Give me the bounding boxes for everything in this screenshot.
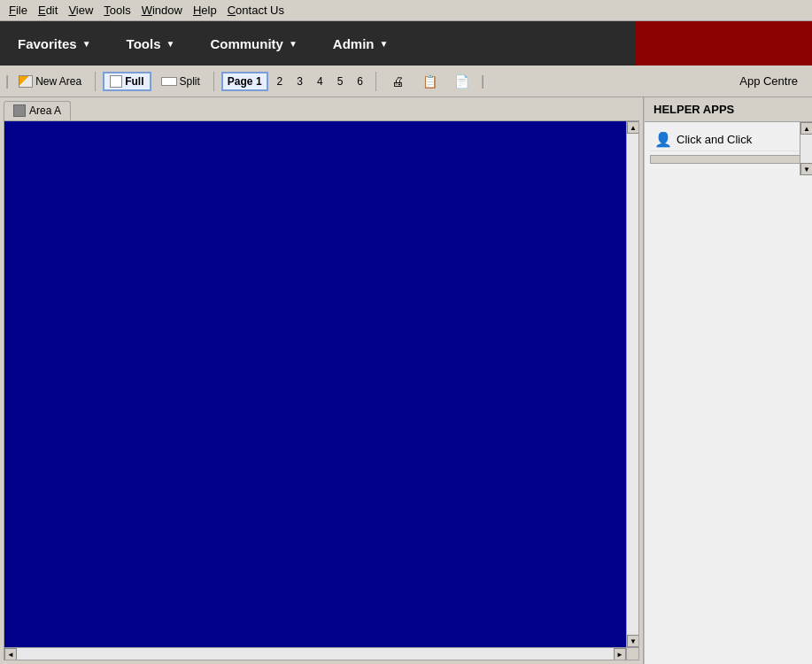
scroll-down-arrow[interactable]: ▼ — [627, 635, 639, 647]
helper-scroll-down[interactable]: ▼ — [800, 163, 812, 175]
toolbar-separator-3 — [375, 72, 376, 91]
menu-bar: File Edit View Tools Window Help Contact… — [0, 0, 812, 21]
print-icon: 🖨 — [390, 73, 406, 89]
new-area-icon — [19, 75, 33, 88]
full-button[interactable]: Full — [103, 72, 151, 91]
nav-admin-label: Admin — [333, 36, 375, 51]
paste-button[interactable]: 📄 — [447, 71, 476, 92]
helper-scroll-track[interactable] — [800, 135, 812, 163]
page-3-label: 3 — [297, 75, 303, 88]
scroll-corner — [626, 647, 638, 660]
helper-mini-scrollbar[interactable] — [650, 155, 807, 164]
scroll-right-arrow[interactable]: ► — [614, 648, 626, 660]
page-1-button[interactable]: Page 1 — [221, 72, 268, 91]
left-panel: Area A ▲ ▼ ◄ ► — [0, 97, 644, 664]
new-area-button[interactable]: New Area — [12, 73, 88, 90]
page-3-button[interactable]: 3 — [291, 73, 308, 90]
split-icon — [161, 77, 177, 86]
full-label: Full — [125, 75, 143, 88]
toolbar-separator-2 — [213, 72, 214, 91]
menu-tools[interactable]: Tools — [98, 2, 135, 19]
toolbar-sep-end: | — [481, 73, 484, 89]
main-content: Area A ▲ ▼ ◄ ► HELPER APPS — [0, 97, 812, 664]
right-panel: HELPER APPS 👤 Click and Click ▲ ▼ — [644, 97, 812, 664]
nav-tools-label: Tools — [127, 36, 161, 51]
page-5-button[interactable]: 5 — [332, 73, 349, 90]
blue-canvas[interactable] — [4, 121, 626, 647]
page-1-label: Page 1 — [228, 75, 262, 88]
split-button[interactable]: Split — [155, 73, 206, 90]
menu-file[interactable]: File — [4, 2, 33, 19]
helper-vertical-scrollbar[interactable]: ▲ ▼ — [800, 122, 812, 175]
page-4-label: 4 — [317, 75, 323, 88]
tab-area-a[interactable]: Area A — [4, 101, 71, 120]
nav-admin-arrow: ▼ — [379, 39, 388, 49]
app-centre-label: App Centre — [739, 74, 807, 88]
scroll-up-arrow[interactable]: ▲ — [627, 121, 639, 134]
full-icon — [110, 75, 122, 88]
nav-favorites[interactable]: Favorites ▼ — [0, 21, 109, 66]
nav-bar: Favorites ▼ Tools ▼ Community ▼ Admin ▼ — [0, 21, 812, 66]
click-and-click-label: Click and Click — [677, 133, 752, 146]
helper-apps-header: HELPER APPS — [645, 97, 812, 122]
tab-area-a-icon — [13, 104, 26, 117]
nav-favorites-label: Favorites — [18, 36, 77, 51]
navbar-red-accent — [635, 21, 812, 66]
helper-app-click-and-click[interactable]: 👤 Click and Click — [650, 127, 807, 151]
toolbar-sep-start: | — [5, 73, 9, 89]
tab-area-a-label: Area A — [29, 104, 61, 117]
scroll-left-arrow[interactable]: ◄ — [4, 648, 17, 660]
scroll-track-horizontal[interactable] — [17, 648, 614, 660]
menu-contact-us[interactable]: Contact Us — [222, 2, 290, 19]
nav-tools[interactable]: Tools ▼ — [109, 21, 193, 66]
menu-edit[interactable]: Edit — [33, 2, 63, 19]
vertical-scrollbar[interactable]: ▲ ▼ — [626, 121, 638, 647]
menu-help[interactable]: Help — [188, 2, 222, 19]
page-2-button[interactable]: 2 — [272, 73, 289, 90]
scroll-track-vertical[interactable] — [627, 134, 638, 635]
nav-community-arrow: ▼ — [289, 39, 298, 49]
tab-row: Area A — [0, 97, 643, 120]
helper-scroll-up[interactable]: ▲ — [800, 122, 812, 135]
page-6-button[interactable]: 6 — [352, 73, 368, 90]
page-6-label: 6 — [357, 75, 363, 88]
menu-window[interactable]: Window — [136, 2, 188, 19]
paste-icon: 📄 — [453, 73, 469, 89]
nav-favorites-arrow: ▼ — [82, 39, 91, 49]
page-2-label: 2 — [277, 75, 283, 88]
copy-icon: 📋 — [421, 73, 437, 89]
nav-community[interactable]: Community ▼ — [192, 21, 314, 66]
menu-view[interactable]: View — [63, 2, 98, 19]
nav-community-label: Community — [210, 36, 283, 51]
nav-admin[interactable]: Admin ▼ — [315, 21, 406, 66]
toolbar: | New Area Full Split Page 1 2 3 4 5 6 🖨… — [0, 66, 812, 97]
nav-tools-arrow: ▼ — [166, 39, 175, 49]
page-5-label: 5 — [337, 75, 344, 88]
content-area: ▲ ▼ ◄ ► — [4, 120, 639, 660]
toolbar-separator-1 — [95, 72, 96, 91]
copy-button[interactable]: 📋 — [415, 71, 444, 92]
helper-apps-content: 👤 Click and Click ▲ ▼ — [645, 122, 812, 664]
page-4-button[interactable]: 4 — [312, 73, 329, 90]
new-area-label: New Area — [35, 75, 81, 88]
click-and-click-icon: 👤 — [655, 131, 671, 147]
split-label: Split — [180, 75, 200, 88]
print-button[interactable]: 🖨 — [383, 71, 412, 92]
horizontal-scrollbar[interactable]: ◄ ► — [4, 647, 626, 660]
